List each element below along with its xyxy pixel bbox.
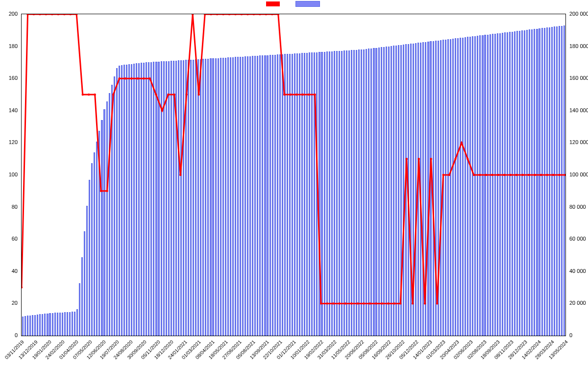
legend-swatch-bar	[295, 1, 320, 7]
line-marker	[314, 94, 316, 96]
line-marker	[173, 94, 175, 96]
line-marker	[57, 14, 59, 15]
line-marker	[387, 302, 389, 304]
line-marker	[393, 302, 395, 304]
line-marker	[320, 302, 322, 304]
line-marker	[216, 14, 218, 15]
line-marker	[521, 174, 523, 176]
line-series	[22, 14, 565, 336]
y-right-tick-label: 160 000	[569, 75, 588, 81]
line-marker	[33, 14, 35, 15]
line-marker	[369, 302, 371, 304]
y-left-tick-label: 180	[9, 43, 18, 49]
y-left-tick-label: 80	[12, 204, 18, 210]
legend-item-line	[266, 1, 282, 7]
line-marker	[106, 190, 108, 192]
line-marker	[210, 14, 212, 15]
line-marker	[265, 14, 267, 15]
line-marker	[332, 302, 334, 304]
line-marker	[479, 174, 481, 176]
line-marker	[290, 94, 292, 96]
line-marker	[503, 174, 505, 176]
line-marker	[552, 174, 554, 176]
y-left-tick-label: 20	[12, 300, 18, 306]
line-marker	[82, 94, 84, 96]
line-marker	[564, 174, 566, 176]
line-marker	[491, 174, 493, 176]
y-right-tick-label: 40 000	[569, 268, 586, 274]
y-left-tick-label: 140	[9, 107, 18, 113]
line-marker	[558, 174, 560, 176]
line-marker	[167, 94, 169, 96]
line-marker	[51, 14, 53, 15]
line-marker	[442, 174, 444, 176]
line-marker	[94, 94, 96, 96]
line-marker	[381, 302, 383, 304]
line-marker	[241, 14, 243, 15]
line-marker	[295, 94, 297, 96]
y-left-tick-label: 60	[12, 236, 18, 242]
y-left-tick-label: 40	[12, 268, 18, 274]
line-marker	[283, 94, 285, 96]
line-marker	[124, 77, 126, 79]
line-marker	[143, 77, 145, 79]
line-marker	[234, 14, 236, 15]
line-marker	[357, 302, 359, 304]
line-marker	[39, 14, 41, 15]
line-marker	[375, 302, 377, 304]
y-right-tick-label: 200 000	[569, 11, 588, 17]
y-right-tick-label: 180 000	[569, 43, 588, 49]
line-marker	[118, 77, 120, 79]
y-left-tick-label: 200	[9, 11, 18, 17]
y-left-tick-label: 100	[9, 172, 18, 177]
line-marker	[497, 174, 499, 176]
line-marker	[259, 14, 261, 15]
line-marker	[302, 94, 304, 96]
line-marker	[70, 14, 72, 15]
line-marker	[45, 14, 47, 15]
y-left-tick-label: 120	[9, 139, 18, 145]
line-path	[22, 14, 565, 303]
y-right-tick-label: 100 000	[569, 172, 588, 177]
line-marker	[63, 14, 65, 15]
line-marker	[485, 174, 487, 176]
y-axis-left: 020406080100120140160180200	[0, 14, 20, 336]
y-right-tick-label: 80 000	[569, 204, 586, 210]
y-right-tick-label: 20 000	[569, 300, 586, 306]
line-marker	[399, 302, 401, 304]
line-marker	[436, 302, 438, 304]
line-marker	[26, 14, 28, 15]
line-marker	[88, 94, 90, 96]
line-marker	[424, 302, 426, 304]
line-marker	[344, 302, 346, 304]
line-marker	[271, 14, 273, 15]
line-marker	[350, 302, 352, 304]
line-marker	[21, 286, 23, 288]
y-right-tick-label: 120 000	[569, 139, 588, 145]
line-marker	[430, 158, 432, 160]
line-marker	[406, 158, 408, 160]
line-marker	[112, 94, 114, 96]
line-marker	[466, 158, 468, 160]
line-marker	[100, 190, 102, 192]
line-marker	[130, 77, 132, 79]
legend	[0, 1, 588, 7]
line-marker	[412, 302, 414, 304]
line-marker	[546, 174, 548, 176]
x-axis: 03/11/201913/12/201919/01/202024/02/2020…	[21, 337, 566, 391]
y-axis-right: 020 00040 00060 00080 000100 000120 0001…	[567, 14, 588, 336]
line-marker	[473, 174, 475, 176]
line-marker	[417, 158, 419, 160]
line-marker	[528, 174, 530, 176]
line-marker	[246, 14, 248, 15]
line-marker	[186, 94, 188, 96]
line-marker	[155, 94, 157, 96]
line-marker	[534, 174, 536, 176]
line-marker	[308, 94, 310, 96]
chart-container: 020406080100120140160180200 020 00040 00…	[0, 0, 588, 392]
line-marker	[326, 302, 328, 304]
line-marker	[179, 174, 181, 176]
y-right-tick-label: 140 000	[569, 107, 588, 113]
line-marker	[161, 110, 163, 112]
legend-item-bar	[295, 1, 322, 7]
